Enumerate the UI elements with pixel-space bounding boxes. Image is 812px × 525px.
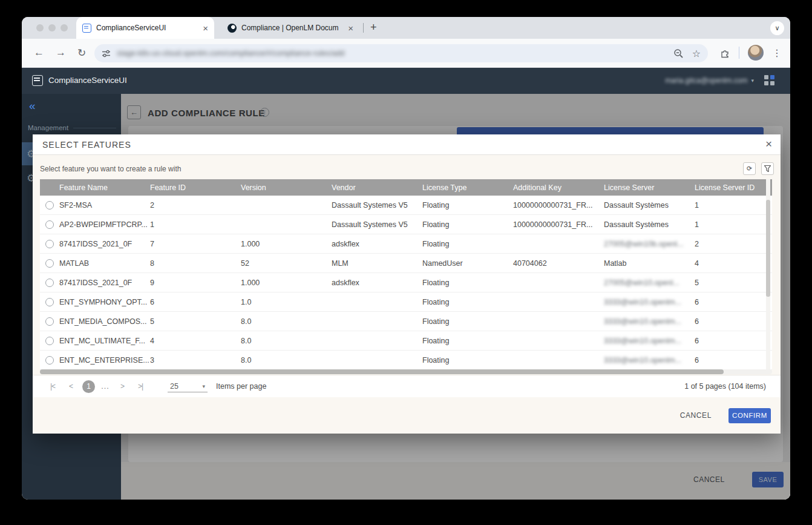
table-row[interactable]: ENT_MC_ENTERPRISE... 3 8.0 Floating 3333… [40,351,772,370]
cell-additional-key: 40704062 [512,259,603,268]
col-additional-key[interactable]: Additional Key [512,183,603,192]
extensions-puzzle-icon[interactable] [719,47,730,58]
tab-search-chevron-icon[interactable]: ∨ [770,21,784,35]
confirm-button[interactable]: CONFIRM [729,408,771,423]
cell-feature-name: ENT_MEDIA_COMPOS... [58,317,149,326]
row-radio[interactable] [40,337,58,345]
next-page-button[interactable]: > [113,382,131,391]
sidebar-collapse-icon[interactable]: « [29,99,34,113]
col-vendor[interactable]: Vendor [330,183,421,192]
table-row[interactable]: MATLAB 8 52 MLM NamedUser 40704062 Matla… [40,254,772,273]
maximize-window-button[interactable] [61,24,68,31]
cell-feature-id: 3 [149,356,240,365]
radio-icon[interactable] [45,259,54,268]
row-radio[interactable] [40,201,58,210]
new-tab-button[interactable]: + [370,21,377,34]
radio-icon[interactable] [45,279,54,287]
row-radio[interactable] [40,220,58,229]
radio-icon[interactable] [45,337,54,345]
address-bar[interactable]: stage-k8s-us-cloud.openlm.com/compliance… [94,44,708,62]
cell-feature-name: SF2-MSA [58,201,149,210]
prev-page-button[interactable]: < [62,382,80,391]
close-icon[interactable]: × [765,137,772,151]
cell-feature-name: ENT_SYMPHONY_OPT... [58,298,149,306]
cell-license-type: Floating [421,337,512,345]
radio-icon[interactable] [45,201,54,210]
table-row[interactable]: 87417IDSS_2021_0F 9 1.000 adskflex Float… [40,273,772,292]
col-license-server-id[interactable]: License Server ID [693,183,772,192]
row-radio[interactable] [40,279,58,287]
col-license-server[interactable]: License Server [603,183,693,192]
feature-table: Feature Name Feature ID Version Vendor L… [40,179,772,370]
row-radio[interactable] [40,298,58,306]
col-feature-name[interactable]: Feature Name [58,183,149,192]
col-version[interactable]: Version [240,183,330,192]
row-radio[interactable] [40,240,58,248]
app-header: ComplianceServiceUI maria.gitca@openlm.c… [22,68,790,94]
chevron-down-icon: ▾ [751,78,754,84]
cell-feature-name: MATLAB [58,259,149,268]
cell-version: 8.0 [240,317,330,326]
row-radio[interactable] [40,317,58,326]
cancel-button[interactable]: CANCEL [680,411,712,420]
cell-version: 1.000 [240,279,330,287]
table-row[interactable]: 87417IDSS_2021_0F 7 1.000 adskflex Float… [40,234,772,254]
browser-window: ComplianceServiceUI × Compliance | OpenL… [22,17,790,500]
tab-close-icon[interactable]: × [348,24,353,33]
zoom-icon[interactable] [673,48,684,59]
page-size-select[interactable]: 25 ▾ [168,381,208,392]
radio-icon[interactable] [45,298,54,306]
tab-openlm-docs[interactable]: Compliance | OpenLM Docum × [221,17,359,39]
cell-license-server-id: 2 [693,240,772,248]
table-row[interactable]: AP2-BWPEIPMFTPCRP... 1 Dassault Systemes… [40,215,772,234]
table-row[interactable]: ENT_SYMPHONY_OPT... 6 1.0 Floating 3333@… [40,292,772,312]
cell-license-server-id: 6 [693,298,772,306]
cell-license-server: 27005@win10.openl... [603,279,693,287]
radio-icon[interactable] [45,240,54,248]
cell-version: 1.000 [240,240,330,248]
vertical-scrollbar[interactable] [766,179,770,369]
bookmark-star-icon[interactable]: ☆ [692,48,701,59]
radio-icon[interactable] [45,220,54,229]
minimize-window-button[interactable] [48,24,56,31]
select-features-modal: SELECT FEATURES × Select feature you wan… [33,134,781,434]
close-window-button[interactable] [36,24,44,31]
cell-feature-id: 8 [149,259,240,268]
app-switcher-icon[interactable] [764,75,774,85]
tab-divider [363,23,364,33]
table-row[interactable]: ENT_MC_ULTIMATE_F... 4 8.0 Floating 3333… [40,331,772,351]
user-menu[interactable]: maria.gitca@openlm.com ▾ [665,76,754,85]
filter-button[interactable] [761,162,774,175]
radio-icon[interactable] [45,356,54,365]
tab-title: ComplianceServiceUI [96,24,198,32]
cell-version: 8.0 [240,356,330,365]
row-radio[interactable] [40,259,58,268]
radio-icon[interactable] [45,317,54,326]
horizontal-scrollbar[interactable] [40,369,772,374]
tab-close-icon[interactable]: × [203,24,208,33]
table-row[interactable]: ENT_MEDIA_COMPOS... 5 8.0 Floating 3333@… [40,312,772,331]
site-settings-icon[interactable] [102,49,111,58]
pages-ellipsis[interactable]: ... [97,382,113,391]
grid-square [764,81,768,85]
profile-avatar[interactable] [748,45,764,61]
table-row[interactable]: SF2-MSA 2 Dassault Systemes V5 Floating … [40,196,772,215]
tab-title: Compliance | OpenLM Docum [241,24,343,32]
current-page-badge[interactable]: 1 [82,380,95,393]
cell-vendor: Dassault Systemes V5 [330,220,421,229]
cell-vendor: Dassault Systemes V5 [330,201,421,210]
reload-icon[interactable]: ↻ [77,47,86,59]
browser-menu-icon[interactable]: ⋮ [772,47,782,59]
col-license-type[interactable]: License Type [421,183,512,192]
first-page-button[interactable]: |< [44,382,62,391]
tab-complianceserviceui[interactable]: ComplianceServiceUI × [76,17,214,39]
last-page-button[interactable]: >| [131,382,149,391]
horizontal-scrollbar-thumb[interactable] [40,369,724,374]
vertical-scrollbar-thumb[interactable] [766,200,770,297]
forward-icon[interactable]: → [56,47,66,59]
row-radio[interactable] [40,356,58,365]
filter-funnel-icon [764,165,771,172]
back-icon[interactable]: ← [34,47,44,59]
refresh-button[interactable]: ⟳ [743,162,756,175]
col-feature-id[interactable]: Feature ID [149,183,240,192]
